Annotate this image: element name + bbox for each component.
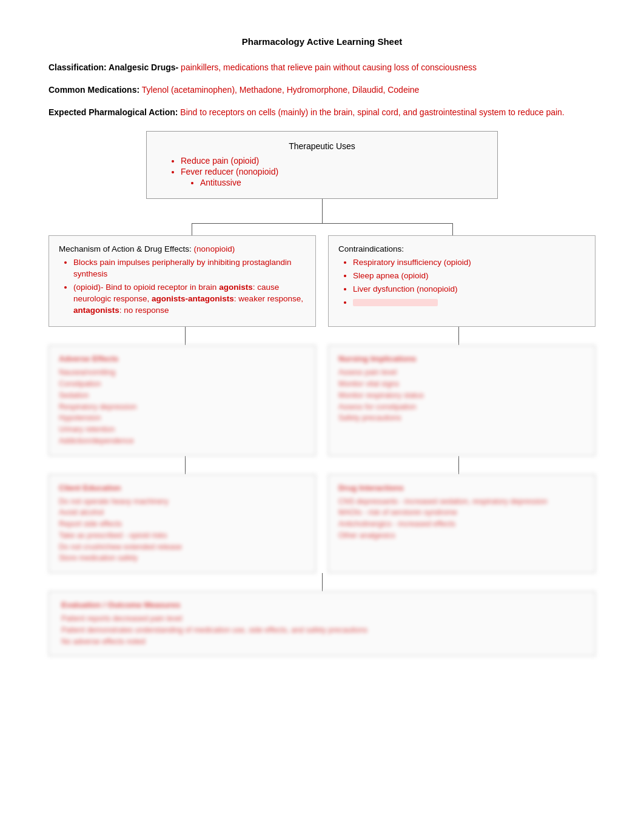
contra-item-2: Sleep apnea (opioid) bbox=[353, 270, 585, 282]
common-meds-text: Tylenol (acetaminophen), Methadone, Hydr… bbox=[139, 85, 419, 95]
col-conn-line-r1 bbox=[458, 327, 459, 345]
drug-interactions-text: CNS depressants - increased sedation, re… bbox=[338, 496, 585, 542]
branch-right-v bbox=[452, 223, 453, 235]
therapeutic-item-1: Reduce pain (opioid) bbox=[181, 156, 483, 166]
branch-connector bbox=[49, 223, 595, 235]
therapeutic-list: Reduce pain (opioid) Fever reducer (nono… bbox=[181, 156, 483, 187]
branch-h-line bbox=[192, 223, 452, 224]
expected-action-section: Expected Pharmalogical Action: Bind to r… bbox=[49, 106, 595, 119]
contraindications-list: Respiratory insufficiency (opioid) Sleep… bbox=[353, 257, 585, 309]
client-ed-text: Do not operate heavy machinery Avoid alc… bbox=[59, 496, 306, 565]
contraindications-box: Contraindications: Respiratory insuffici… bbox=[328, 235, 595, 327]
therapeutic-box: Therapeutic Uses Reduce pain (opioid) Fe… bbox=[146, 131, 498, 199]
diagram-area: Therapeutic Uses Reduce pain (opioid) Fe… bbox=[49, 131, 595, 656]
drug-interactions-box: Drug Interactions CNS depressants - incr… bbox=[328, 474, 595, 574]
moa-title: Mechanism of Action & Drug Effects: (non… bbox=[59, 244, 306, 253]
classification-label: Classification: Analgesic Drugs- bbox=[49, 62, 178, 72]
classification-section: Classification: Analgesic Drugs- painkil… bbox=[49, 61, 595, 74]
client-ed-box: Client Education Do not operate heavy ma… bbox=[49, 474, 316, 574]
row-2-cols: Adverse Effects Nausea/vomiting Constipa… bbox=[49, 345, 595, 455]
expected-action-label: Expected Pharmalogical Action: bbox=[49, 107, 178, 117]
col-connector-right-1 bbox=[322, 327, 595, 345]
client-ed-title: Client Education bbox=[59, 483, 306, 492]
therapeutic-title: Therapeutic Uses bbox=[161, 141, 483, 151]
classification-text: painkillers, medications that relieve pa… bbox=[178, 62, 477, 72]
col-conn-line-l2 bbox=[185, 456, 186, 474]
connector-v-1 bbox=[322, 199, 323, 223]
nursing-text: Assess pain level Monitor vital signs Mo… bbox=[338, 367, 585, 424]
row-1-cols: Mechanism of Action & Drug Effects: (non… bbox=[49, 235, 595, 327]
drug-interactions-title: Drug Interactions bbox=[338, 483, 585, 492]
contra-item-3: Liver dysfunction (nonopioid) bbox=[353, 284, 585, 295]
moa-item-1: Blocks pain impulses peripherally by inh… bbox=[73, 257, 306, 280]
moa-box: Mechanism of Action & Drug Effects: (non… bbox=[49, 235, 316, 327]
branch-left-v bbox=[192, 223, 192, 235]
connector-row-1 bbox=[49, 327, 595, 345]
contra-item-4 bbox=[353, 297, 585, 309]
col-conn-line-l1 bbox=[185, 327, 186, 345]
contraindications-title: Contraindications: bbox=[338, 244, 585, 253]
contra-item-1: Respiratory insufficiency (opioid) bbox=[353, 257, 585, 269]
adverse-text: Nausea/vomiting Constipation Sedation Re… bbox=[59, 367, 306, 446]
common-meds-section: Common Medications: Tylenol (acetaminoph… bbox=[49, 84, 595, 96]
page-title: Pharmacology Active Learning Sheet bbox=[49, 36, 595, 47]
col-connector-bottom bbox=[49, 573, 595, 591]
col-connector-left-1 bbox=[49, 327, 322, 345]
connector-row-3 bbox=[49, 573, 595, 591]
col-conn-line-r2 bbox=[458, 456, 459, 474]
expected-action-text: Bind to receptors on cells (mainly) in t… bbox=[178, 107, 564, 117]
col-conn-line-bottom bbox=[322, 573, 323, 591]
eval-title: Evaluation / Outcome Measures bbox=[61, 600, 583, 609]
nursing-box: Nursing Implications Assess pain level M… bbox=[328, 345, 595, 455]
adverse-effects-box: Adverse Effects Nausea/vomiting Constipa… bbox=[49, 345, 316, 455]
col-connector-right-2 bbox=[322, 456, 595, 474]
adverse-title: Adverse Effects bbox=[59, 354, 306, 363]
col-connector-left-2 bbox=[49, 456, 322, 474]
moa-list: Blocks pain impulses peripherally by inh… bbox=[73, 257, 306, 316]
therapeutic-item-2: Fever reducer (nonopioid) bbox=[181, 167, 483, 176]
moa-item-2: (opioid)- Bind to opioid receptor in bra… bbox=[73, 282, 306, 317]
common-meds-label: Common Medications: bbox=[49, 85, 139, 95]
nursing-title: Nursing Implications bbox=[338, 354, 585, 363]
connector-row-2 bbox=[49, 456, 595, 474]
row-3-cols: Client Education Do not operate heavy ma… bbox=[49, 474, 595, 574]
evaluation-box: Evaluation / Outcome Measures Patient re… bbox=[49, 591, 595, 656]
therapeutic-item-3: Antitussive bbox=[200, 178, 483, 187]
eval-text: Patient reports decreased pain level Pat… bbox=[61, 613, 583, 647]
